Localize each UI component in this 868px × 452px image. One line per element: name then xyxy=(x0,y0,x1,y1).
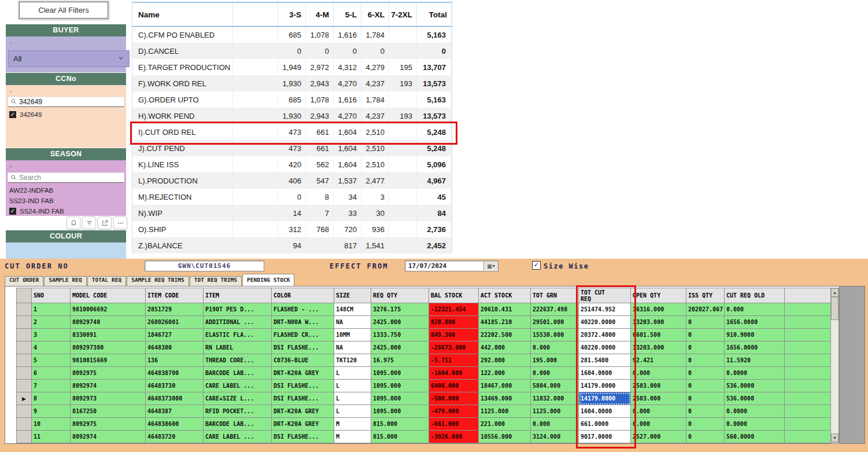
column-header-model-code[interactable]: MODEL CODE xyxy=(71,288,146,303)
cell-model-code[interactable]: 8092974 xyxy=(71,431,146,443)
cell-color[interactable]: DRT-K20A GREY xyxy=(272,418,334,431)
cell-cut-req-old[interactable]: 0.0000 xyxy=(725,405,785,418)
row-selector[interactable] xyxy=(17,380,32,392)
cell-tot-cut-req[interactable]: 20372.4000 xyxy=(579,329,631,341)
cell-item-code[interactable]: 2851729 xyxy=(146,303,204,316)
status-row-l-production[interactable]: L).PRODUCTION4065471,5372,4774,967 xyxy=(132,172,452,189)
cell-tot-grn[interactable]: 5804.000 xyxy=(531,380,579,392)
grid-row-2[interactable]: 280929740268026001ADDITIONAL ...DRT-N00A… xyxy=(17,316,831,329)
cell-item-code[interactable]: 464838700 xyxy=(146,367,204,380)
column-header-open-qty[interactable]: OPEN QTY xyxy=(631,288,686,303)
cell-iss-qty[interactable]: 0 xyxy=(686,329,725,341)
cell-color[interactable]: FLASHED - ... xyxy=(272,303,334,316)
status-row-n-wip[interactable]: N).WIP147333084 xyxy=(132,205,452,221)
cell-bal-stock[interactable]: 849.300 xyxy=(429,329,479,341)
column-header-tot-grn[interactable]: TOT GRN xyxy=(531,288,579,303)
colour-slicer-header[interactable]: COLOUR xyxy=(6,230,126,242)
cell-bal-stock[interactable]: -661.000 xyxy=(429,418,479,431)
cell-req-qty[interactable]: 2425.000 xyxy=(371,316,429,329)
row-selector[interactable] xyxy=(17,316,32,329)
cell-act-stock[interactable]: 13469.000 xyxy=(479,392,531,405)
column-header-item-code[interactable]: ITEM CODE xyxy=(146,288,204,303)
cut-order-no-input[interactable]: GWN\CUT01546 xyxy=(145,260,264,271)
cell-cut-req-old[interactable]: 1656.0000 xyxy=(725,341,785,354)
season-item-ss24-ind-fab[interactable]: ✓SS24-IND FAB xyxy=(9,207,124,216)
cell-iss-qty[interactable]: 202027.067 xyxy=(686,303,725,316)
column-header-4-m[interactable]: 4-M xyxy=(306,3,334,26)
ccno-item-342649[interactable]: ✓342649 xyxy=(9,110,124,119)
cell-iss-qty[interactable]: 0 xyxy=(686,367,725,380)
checkbox-checked[interactable]: ✓ xyxy=(9,111,16,118)
column-header-blank[interactable] xyxy=(233,3,278,26)
cell-act-stock[interactable]: 442.000 xyxy=(479,341,531,354)
cell-tot-grn[interactable]: 222637.498 xyxy=(531,303,579,316)
cell-cut-req-old[interactable]: 536.0000 xyxy=(725,380,785,392)
status-row-j-cut-pend[interactable]: J).CUT PEND4736611,6042,5105,248 xyxy=(132,140,452,156)
cell-size[interactable]: 148CM xyxy=(334,303,371,316)
cell-color[interactable]: C0736-BLUE xyxy=(272,354,334,367)
clear-all-filters-button[interactable]: Clear All Filters xyxy=(19,2,108,19)
cell-act-stock[interactable]: 292.000 xyxy=(479,354,531,367)
cell-open-qty[interactable]: 2503.000 xyxy=(631,392,686,405)
status-row-d-cancel[interactable]: D).CANCEL00000 xyxy=(132,43,452,59)
cell-open-qty[interactable]: 0.000 xyxy=(631,405,686,418)
cell-color[interactable]: DSI FLASHE... xyxy=(272,431,334,443)
column-header-7-2xl[interactable]: 7-2XL xyxy=(389,3,417,26)
status-row-e-target-production[interactable]: E).TARGET PRODUCTION1,9492,9724,3124,279… xyxy=(132,59,452,75)
row-selector[interactable] xyxy=(17,303,32,316)
size-wise-checkbox[interactable]: ✓ xyxy=(532,261,541,270)
cell-item[interactable]: CARE LABEL ... xyxy=(204,431,272,443)
cell-size[interactable]: M xyxy=(334,431,371,443)
tab-cut-order[interactable]: CUT ORDER xyxy=(5,276,43,286)
cell-req-qty[interactable]: 1095.000 xyxy=(371,392,429,405)
column-header-act-stock[interactable]: ACT STOCK xyxy=(479,288,531,303)
cell-size[interactable]: L xyxy=(334,392,371,405)
cell-tot-cut-req[interactable]: 251474.952 xyxy=(579,303,631,316)
cell-color[interactable]: DRT-N00A W... xyxy=(272,316,334,329)
season-item-aw22-indfab[interactable]: AW22-INDFAB xyxy=(9,186,124,195)
scrollbar-thumb[interactable] xyxy=(831,297,839,320)
cell-req-qty[interactable]: 815.000 xyxy=(371,418,429,431)
cell-bal-stock[interactable]: -28673.000 xyxy=(429,341,479,354)
cell-tot-cut-req[interactable]: 40220.0000 xyxy=(579,341,631,354)
column-header-5-l[interactable]: 5-L xyxy=(334,3,361,26)
cell-bal-stock[interactable]: -12321.454 xyxy=(429,303,479,316)
grid-row-6[interactable]: 68092975464838700BARCODE LAB...DRT-K20A … xyxy=(17,367,831,380)
cell-tot-grn[interactable]: 11832.000 xyxy=(531,392,579,405)
more-options-icon[interactable] xyxy=(113,216,127,229)
cell-color[interactable]: DSI FLASHE... xyxy=(272,392,334,405)
row-selector[interactable]: ▶ xyxy=(17,392,32,405)
cell-bal-stock[interactable]: -5.711 xyxy=(429,354,479,367)
cell-open-qty[interactable]: 2503.000 xyxy=(631,380,686,392)
cell-tot-cut-req[interactable]: 9017.0000 xyxy=(579,431,631,443)
cell-open-qty[interactable]: 16316.000 xyxy=(631,303,686,316)
cell-size[interactable]: L xyxy=(334,367,371,380)
cell-bal-stock[interactable]: 6408.000 xyxy=(429,380,479,392)
cell-size[interactable]: 10MM xyxy=(334,329,371,341)
cell-act-stock[interactable]: 221.000 xyxy=(479,418,531,431)
tab-total-req[interactable]: TOTAL REQ xyxy=(87,276,126,286)
cell-size[interactable]: NA xyxy=(334,316,371,329)
status-row-c-cfm-po-enabled[interactable]: C).CFM PO ENABLED6851,0781,6161,7845,163 xyxy=(132,27,452,43)
column-header-color[interactable]: COLOR xyxy=(272,288,334,303)
cell-item[interactable]: RN LABEL xyxy=(204,341,272,354)
ccno-search-input[interactable] xyxy=(19,98,114,106)
season-search-box[interactable] xyxy=(8,172,124,183)
row-selector-header[interactable] xyxy=(17,288,32,303)
cell-open-qty[interactable]: 2527.000 xyxy=(631,431,686,443)
cell-item-code[interactable]: 1846727 xyxy=(146,329,204,341)
cell-model-code[interactable]: 8167250 xyxy=(71,405,146,418)
cell-size[interactable]: L xyxy=(334,405,371,418)
checkbox-checked[interactable]: ✓ xyxy=(9,208,16,215)
cell-sno[interactable]: 9 xyxy=(32,405,71,418)
row-selector[interactable] xyxy=(17,418,32,431)
cell-item-code[interactable]: 268026001 xyxy=(146,316,204,329)
column-header-name[interactable]: Name xyxy=(132,3,233,26)
cell-item[interactable]: ADDITIONAL ... xyxy=(204,316,272,329)
cell-iss-qty[interactable]: 0 xyxy=(686,341,725,354)
cell-item[interactable]: RFID POCKET... xyxy=(204,405,272,418)
cell-item-code[interactable]: 4648300 xyxy=(146,341,204,354)
ccno-slicer-header[interactable]: CCNo xyxy=(6,73,126,85)
tab-pending-stock[interactable]: PENDING STOCK xyxy=(242,274,294,286)
cell-item[interactable]: CARE LABEL ... xyxy=(204,380,272,392)
